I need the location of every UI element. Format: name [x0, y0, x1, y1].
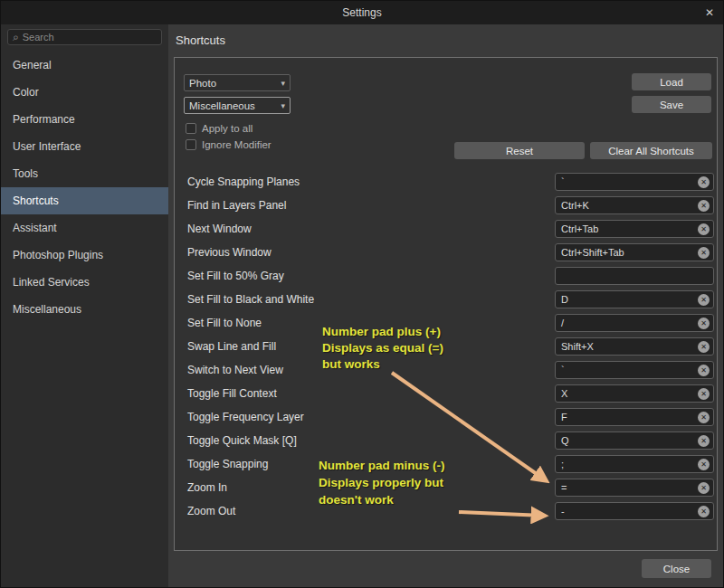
sidebar-item-label: Linked Services: [13, 276, 90, 289]
clear-shortcut-icon[interactable]: ✕: [698, 294, 710, 306]
shortcut-value: Ctrl+Shift+Tab: [559, 247, 624, 258]
shortcut-row: Set Fill to None/✕: [178, 311, 717, 335]
shortcut-label: Swap Line and Fill: [187, 340, 276, 353]
clear-shortcut-icon[interactable]: ✕: [698, 176, 710, 188]
checkbox-label: Ignore Modifier: [202, 139, 272, 150]
search-input[interactable]: [23, 32, 157, 43]
shortcut-input[interactable]: ;✕: [555, 455, 714, 473]
shortcut-label: Set Fill to None: [187, 317, 262, 329]
shortcut-input[interactable]: Q✕: [555, 432, 714, 450]
shortcut-value: ;: [559, 459, 564, 469]
clear-shortcut-icon[interactable]: ✕: [698, 318, 710, 329]
shortcut-label: Switch to Next View: [187, 364, 283, 376]
shortcut-row: Zoom In=✕: [178, 476, 717, 499]
checkbox-apply-to-all[interactable]: [186, 123, 196, 134]
shortcut-input[interactable]: F✕: [555, 408, 714, 426]
shortcut-label: Set Fill to Black and White: [187, 293, 314, 306]
close-button[interactable]: Close: [642, 559, 711, 578]
shortcuts-panel: Photo ▾ Miscellaneous ▾ Load Save Apply …: [174, 57, 718, 551]
sidebar-item-linked-services[interactable]: Linked Services: [1, 269, 168, 296]
shortcut-value: `: [559, 365, 565, 375]
sidebar-item-label: Tools: [13, 167, 38, 180]
shortcut-input[interactable]: `✕: [555, 173, 714, 191]
close-icon[interactable]: ✕: [705, 1, 714, 24]
content: Shortcuts Photo ▾ Miscellaneous ▾ Load S…: [168, 24, 723, 587]
chevron-down-icon: ▾: [281, 101, 285, 110]
sidebar-item-general[interactable]: General: [1, 52, 168, 79]
clear-shortcut-icon[interactable]: ✕: [698, 365, 710, 376]
sidebar-item-label: Shortcuts: [13, 194, 59, 207]
clear-shortcut-icon[interactable]: ✕: [698, 341, 710, 353]
shortcut-value: Q: [559, 435, 569, 446]
clear-shortcut-icon[interactable]: ✕: [698, 223, 710, 235]
shortcut-row: Switch to Next View`✕: [178, 358, 717, 382]
shortcut-row: Swap Line and FillShift+X✕: [178, 335, 717, 358]
shortcut-label: Next Window: [187, 223, 252, 235]
checkbox-ignore-modifier[interactable]: [186, 139, 196, 150]
sidebar-item-miscellaneous[interactable]: Miscellaneous: [1, 296, 168, 323]
annotation-line: Number pad minus (-): [319, 457, 445, 474]
shortcut-value: =: [559, 482, 567, 493]
shortcut-input[interactable]: Ctrl+Tab✕: [555, 220, 714, 238]
shortcut-label: Toggle Frequency Layer: [187, 411, 304, 423]
sidebar-item-color[interactable]: Color: [1, 79, 168, 106]
shortcut-label: Zoom Out: [187, 505, 235, 517]
shortcut-input[interactable]: X✕: [555, 384, 714, 403]
search-box[interactable]: ⌕: [7, 29, 162, 45]
clear-shortcut-icon[interactable]: ✕: [698, 459, 710, 470]
shortcut-value: `: [559, 176, 565, 187]
shortcut-row: Toggle Fill ContextX✕: [178, 382, 717, 405]
clear-shortcut-icon[interactable]: ✕: [698, 482, 710, 494]
shortcut-input[interactable]: `✕: [555, 361, 714, 379]
annotation-line: Displays as equal (=): [322, 340, 443, 356]
reset-button[interactable]: Reset: [454, 142, 585, 159]
ignore-modifier-option: Ignore Modifier: [186, 139, 272, 150]
shortcut-label: Toggle Snapping: [187, 458, 268, 470]
shortcut-row: Set Fill to Black and WhiteD✕: [178, 288, 717, 311]
shortcut-label: Set Fill to 50% Gray: [187, 270, 284, 282]
sidebar-item-label: Color: [13, 86, 39, 99]
clear-shortcut-icon[interactable]: ✕: [698, 200, 710, 212]
shortcut-input[interactable]: Ctrl+Shift+Tab✕: [555, 243, 714, 261]
sidebar-item-shortcuts[interactable]: Shortcuts: [1, 187, 168, 214]
shortcut-input[interactable]: D✕: [555, 290, 714, 308]
apply-to-all-option: Apply to all: [186, 123, 252, 134]
shortcut-label: Toggle Fill Context: [187, 387, 277, 400]
load-button[interactable]: Load: [632, 73, 711, 90]
clear-shortcut-icon[interactable]: ✕: [698, 412, 710, 423]
sidebar-item-label: Performance: [13, 113, 75, 126]
shortcut-row: Toggle Quick Mask [Q]Q✕: [178, 429, 717, 452]
shortcut-row: Zoom Out-✕: [178, 499, 717, 523]
sidebar-item-photoshop-plugins[interactable]: Photoshop Plugins: [1, 242, 168, 269]
sidebar-item-tools[interactable]: Tools: [1, 160, 168, 187]
sidebar-item-performance[interactable]: Performance: [1, 106, 168, 133]
shortcut-input[interactable]: -✕: [555, 502, 714, 520]
clear-all-shortcuts-button[interactable]: Clear All Shortcuts: [590, 142, 712, 159]
shortcut-input[interactable]: /✕: [555, 314, 714, 332]
sidebar-item-label: Photoshop Plugins: [13, 249, 103, 261]
annotation-note-minus: Number pad minus (-)Displays properly bu…: [319, 457, 445, 508]
shortcut-value: /: [559, 318, 564, 328]
clear-shortcut-icon[interactable]: ✕: [698, 247, 710, 259]
clear-shortcut-icon[interactable]: ✕: [698, 435, 710, 447]
shortcut-row: Next WindowCtrl+Tab✕: [178, 217, 717, 241]
app-select-value: Photo: [189, 78, 216, 89]
clear-shortcut-icon[interactable]: ✕: [698, 506, 710, 517]
shortcut-input[interactable]: [555, 267, 714, 285]
annotation-line: doesn't work: [319, 491, 445, 508]
clear-shortcut-icon[interactable]: ✕: [698, 388, 710, 400]
sidebar-item-assistant[interactable]: Assistant: [1, 214, 168, 242]
shortcut-row: Find in Layers PanelCtrl+K✕: [178, 194, 717, 217]
sidebar-item-user-interface[interactable]: User Interface: [1, 133, 168, 160]
window-title: Settings: [342, 6, 381, 19]
shortcut-value: Ctrl+K: [559, 200, 589, 211]
shortcut-input[interactable]: Shift+X✕: [555, 337, 714, 356]
app-select[interactable]: Photo ▾: [184, 74, 291, 91]
save-button[interactable]: Save: [632, 96, 711, 113]
search-icon: ⌕: [13, 32, 19, 43]
sidebar-item-label: Miscellaneous: [13, 303, 81, 316]
category-select[interactable]: Miscellaneous ▾: [184, 97, 291, 114]
shortcut-label: Toggle Quick Mask [Q]: [187, 434, 297, 447]
shortcut-input[interactable]: =✕: [555, 479, 714, 497]
shortcut-input[interactable]: Ctrl+K✕: [555, 196, 714, 214]
